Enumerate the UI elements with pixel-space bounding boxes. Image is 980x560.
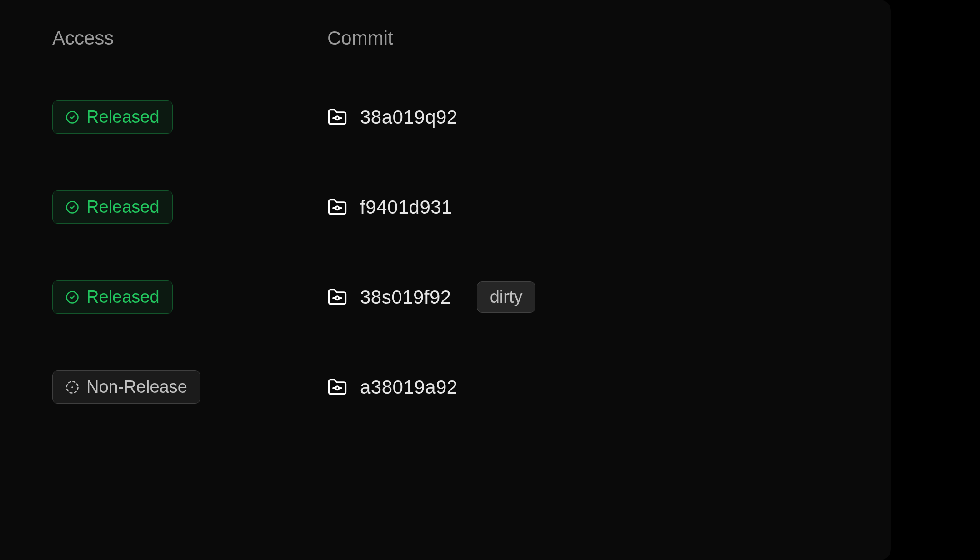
header-access: Access — [52, 27, 327, 49]
commit-hash[interactable]: f9401d931 — [360, 196, 452, 218]
panel: Access Commit Released38a019q92Releasedf… — [0, 0, 891, 560]
badge-label: Released — [86, 287, 160, 307]
cell-commit: 38a019q92 — [327, 106, 458, 128]
folder-git-icon — [327, 107, 347, 127]
dirty-badge: dirty — [477, 281, 536, 313]
svg-point-7 — [71, 386, 73, 388]
cell-access: Released — [52, 280, 327, 314]
table-row[interactable]: Released38a019q92 — [0, 72, 891, 162]
cell-access: Released — [52, 190, 327, 224]
folder-git-icon — [327, 377, 347, 397]
check-circle-icon — [65, 200, 79, 214]
badge-label: Released — [86, 197, 160, 217]
nonrelease-badge: Non-Release — [52, 370, 200, 404]
table-row[interactable]: Released38s019f92dirty — [0, 252, 891, 342]
cell-commit: a38019a92 — [327, 376, 458, 398]
folder-git-icon — [327, 287, 347, 307]
dashed-circle-icon — [65, 380, 79, 394]
commit-hash[interactable]: a38019a92 — [360, 376, 458, 398]
check-circle-icon — [65, 290, 79, 304]
badge-label: Released — [86, 107, 160, 127]
released-badge: Released — [52, 280, 173, 314]
header-commit: Commit — [327, 27, 393, 49]
commit-hash[interactable]: 38s019f92 — [360, 286, 451, 308]
table: Access Commit Released38a019q92Releasedf… — [0, 0, 891, 432]
commit-hash[interactable]: 38a019q92 — [360, 106, 458, 128]
check-circle-icon — [65, 110, 79, 124]
cell-commit: 38s019f92dirty — [327, 281, 535, 313]
folder-git-icon — [327, 197, 347, 217]
cell-access: Released — [52, 100, 327, 134]
cell-access: Non-Release — [52, 370, 327, 404]
released-badge: Released — [52, 190, 173, 224]
badge-label: Non-Release — [86, 377, 187, 397]
table-row[interactable]: Releasedf9401d931 — [0, 162, 891, 252]
table-row[interactable]: Non-Releasea38019a92 — [0, 342, 891, 432]
released-badge: Released — [52, 100, 173, 134]
table-header: Access Commit — [0, 0, 891, 72]
cell-commit: f9401d931 — [327, 196, 452, 218]
